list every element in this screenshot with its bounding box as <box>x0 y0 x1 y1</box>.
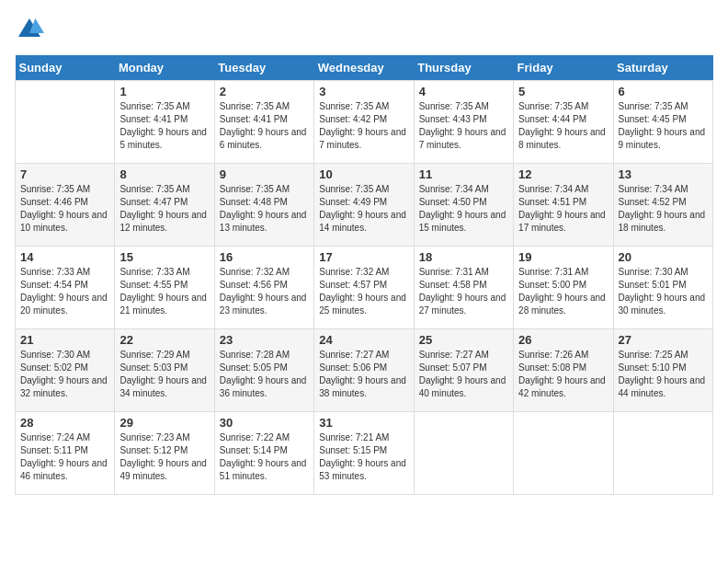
day-info: Sunrise: 7:35 AM Sunset: 4:49 PM Dayligh… <box>319 183 408 235</box>
sunrise-label: Sunrise: 7:28 AM <box>220 350 290 360</box>
sunset-label: Sunset: 5:00 PM <box>518 280 586 290</box>
daylight-label: Daylight: 9 hours and 20 minutes. <box>20 293 108 316</box>
calendar-cell: 26 Sunrise: 7:26 AM Sunset: 5:08 PM Dayl… <box>514 329 613 412</box>
daylight-label: Daylight: 9 hours and 12 minutes. <box>119 210 207 233</box>
sunset-label: Sunset: 5:05 PM <box>220 362 288 373</box>
sunset-label: Sunset: 4:41 PM <box>220 114 288 124</box>
daylight-label: Daylight: 9 hours and 7 minutes. <box>319 127 406 150</box>
sunrise-label: Sunrise: 7:29 AM <box>119 350 189 360</box>
calendar-cell: 1 Sunrise: 7:35 AM Sunset: 4:41 PM Dayli… <box>115 81 214 164</box>
sunset-label: Sunset: 5:14 PM <box>220 445 288 455</box>
day-info: Sunrise: 7:28 AM Sunset: 5:05 PM Dayligh… <box>220 349 309 400</box>
calendar-cell: 17 Sunrise: 7:32 AM Sunset: 4:57 PM Dayl… <box>314 247 414 329</box>
day-info: Sunrise: 7:32 AM Sunset: 4:57 PM Dayligh… <box>319 266 408 317</box>
sunset-label: Sunset: 4:55 PM <box>119 280 188 290</box>
calendar-cell: 16 Sunrise: 7:32 AM Sunset: 4:56 PM Dayl… <box>214 247 313 329</box>
sunset-label: Sunset: 5:01 PM <box>619 280 687 290</box>
sunset-label: Sunset: 5:06 PM <box>319 362 387 373</box>
day-info: Sunrise: 7:29 AM Sunset: 5:03 PM Dayligh… <box>119 349 209 400</box>
weekday-header: Sunday <box>16 55 115 81</box>
sunrise-label: Sunrise: 7:25 AM <box>619 350 688 360</box>
sunrise-label: Sunrise: 7:31 AM <box>518 267 588 277</box>
sunset-label: Sunset: 5:15 PM <box>319 445 387 455</box>
sunset-label: Sunset: 4:52 PM <box>619 197 687 207</box>
weekday-header: Friday <box>514 55 613 81</box>
calendar-cell <box>16 81 115 164</box>
day-number: 4 <box>419 85 508 98</box>
day-number: 8 <box>119 167 209 181</box>
day-info: Sunrise: 7:32 AM Sunset: 4:56 PM Dayligh… <box>220 266 309 317</box>
day-info: Sunrise: 7:24 AM Sunset: 5:11 PM Dayligh… <box>20 431 109 483</box>
sunrise-label: Sunrise: 7:34 AM <box>419 184 489 194</box>
weekday-header: Saturday <box>613 55 712 81</box>
sunset-label: Sunset: 5:08 PM <box>518 362 586 373</box>
calendar-cell: 9 Sunrise: 7:35 AM Sunset: 4:48 PM Dayli… <box>214 164 313 247</box>
daylight-label: Daylight: 9 hours and 42 minutes. <box>518 375 606 398</box>
calendar-cell: 13 Sunrise: 7:34 AM Sunset: 4:52 PM Dayl… <box>613 164 712 247</box>
sunset-label: Sunset: 4:51 PM <box>518 197 586 207</box>
calendar-cell: 15 Sunrise: 7:33 AM Sunset: 4:55 PM Dayl… <box>115 247 214 329</box>
day-number: 3 <box>319 85 408 98</box>
calendar-cell: 21 Sunrise: 7:30 AM Sunset: 5:02 PM Dayl… <box>16 329 115 412</box>
calendar-week-row: 21 Sunrise: 7:30 AM Sunset: 5:02 PM Dayl… <box>16 329 713 412</box>
day-info: Sunrise: 7:33 AM Sunset: 4:55 PM Dayligh… <box>119 266 209 317</box>
day-number: 1 <box>119 85 209 98</box>
sunrise-label: Sunrise: 7:27 AM <box>319 350 389 360</box>
calendar-cell <box>613 412 712 495</box>
sunset-label: Sunset: 4:42 PM <box>319 114 387 124</box>
sunrise-label: Sunrise: 7:34 AM <box>619 184 688 194</box>
day-number: 16 <box>220 250 309 264</box>
logo-icon <box>15 15 44 44</box>
calendar-cell: 2 Sunrise: 7:35 AM Sunset: 4:41 PM Dayli… <box>214 81 313 164</box>
day-info: Sunrise: 7:35 AM Sunset: 4:46 PM Dayligh… <box>20 183 109 235</box>
weekday-header-row: SundayMondayTuesdayWednesdayThursdayFrid… <box>16 55 713 81</box>
day-info: Sunrise: 7:27 AM Sunset: 5:07 PM Dayligh… <box>419 349 508 400</box>
sunset-label: Sunset: 4:54 PM <box>20 280 88 290</box>
daylight-label: Daylight: 9 hours and 49 minutes. <box>119 458 207 481</box>
calendar-cell: 6 Sunrise: 7:35 AM Sunset: 4:45 PM Dayli… <box>613 81 712 164</box>
day-number: 23 <box>220 333 309 347</box>
sunrise-label: Sunrise: 7:31 AM <box>419 267 489 277</box>
day-number: 10 <box>319 167 408 181</box>
sunset-label: Sunset: 4:56 PM <box>220 280 288 290</box>
calendar-cell: 25 Sunrise: 7:27 AM Sunset: 5:07 PM Dayl… <box>414 329 513 412</box>
sunrise-label: Sunrise: 7:35 AM <box>619 101 688 111</box>
calendar-cell: 29 Sunrise: 7:23 AM Sunset: 5:12 PM Dayl… <box>115 412 214 495</box>
daylight-label: Daylight: 9 hours and 13 minutes. <box>220 210 307 233</box>
weekday-header: Tuesday <box>214 55 313 81</box>
sunrise-label: Sunrise: 7:33 AM <box>119 267 189 277</box>
day-info: Sunrise: 7:27 AM Sunset: 5:06 PM Dayligh… <box>319 349 408 400</box>
day-number: 5 <box>518 85 608 98</box>
day-info: Sunrise: 7:21 AM Sunset: 5:15 PM Dayligh… <box>319 431 408 483</box>
sunset-label: Sunset: 4:47 PM <box>119 197 188 207</box>
day-info: Sunrise: 7:34 AM Sunset: 4:52 PM Dayligh… <box>619 183 708 235</box>
daylight-label: Daylight: 9 hours and 7 minutes. <box>419 127 506 150</box>
calendar-cell: 23 Sunrise: 7:28 AM Sunset: 5:05 PM Dayl… <box>214 329 313 412</box>
sunset-label: Sunset: 5:07 PM <box>419 362 487 373</box>
sunset-label: Sunset: 5:10 PM <box>619 362 687 373</box>
daylight-label: Daylight: 9 hours and 46 minutes. <box>20 458 108 481</box>
calendar-cell: 27 Sunrise: 7:25 AM Sunset: 5:10 PM Dayl… <box>613 329 712 412</box>
sunset-label: Sunset: 4:50 PM <box>419 197 487 207</box>
sunrise-label: Sunrise: 7:35 AM <box>20 184 90 194</box>
calendar-cell: 14 Sunrise: 7:33 AM Sunset: 4:54 PM Dayl… <box>16 247 115 329</box>
sunset-label: Sunset: 5:03 PM <box>119 362 188 373</box>
sunrise-label: Sunrise: 7:30 AM <box>20 350 90 360</box>
day-number: 15 <box>119 250 209 264</box>
day-number: 9 <box>220 167 309 181</box>
calendar-cell: 8 Sunrise: 7:35 AM Sunset: 4:47 PM Dayli… <box>115 164 214 247</box>
day-number: 18 <box>419 250 508 264</box>
daylight-label: Daylight: 9 hours and 30 minutes. <box>619 293 706 316</box>
day-number: 12 <box>518 167 608 181</box>
day-number: 13 <box>619 167 708 181</box>
sunrise-label: Sunrise: 7:22 AM <box>220 432 290 442</box>
day-info: Sunrise: 7:35 AM Sunset: 4:43 PM Dayligh… <box>419 100 508 152</box>
daylight-label: Daylight: 9 hours and 9 minutes. <box>619 127 706 150</box>
sunrise-label: Sunrise: 7:23 AM <box>119 432 189 442</box>
daylight-label: Daylight: 9 hours and 6 minutes. <box>220 127 307 150</box>
sunrise-label: Sunrise: 7:30 AM <box>619 267 688 277</box>
day-number: 27 <box>619 333 708 347</box>
day-number: 14 <box>20 250 109 264</box>
daylight-label: Daylight: 9 hours and 38 minutes. <box>319 375 406 398</box>
day-info: Sunrise: 7:35 AM Sunset: 4:48 PM Dayligh… <box>220 183 309 235</box>
